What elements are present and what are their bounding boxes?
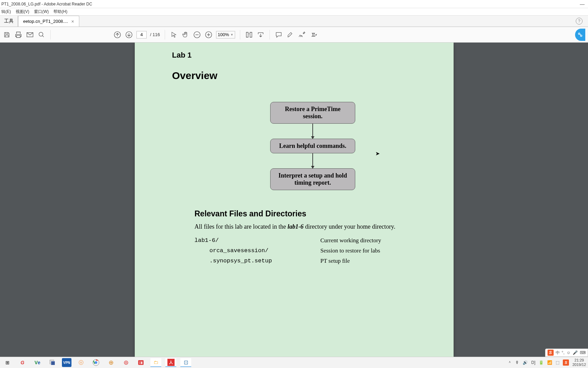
- taskbar-app-g[interactable]: G: [17, 358, 28, 367]
- tray-volume-icon[interactable]: 🔊: [523, 360, 528, 365]
- system-tray: ＾ 🎙 🔊 D] 🔋 📶 ⬚ S 21:29 2019/12: [508, 358, 586, 367]
- taskbar-app-openvpn[interactable]: ⦾: [76, 358, 86, 367]
- taskbar-app-chrome[interactable]: [91, 358, 101, 367]
- file-desc: Current working directory: [321, 237, 381, 244]
- menu-view[interactable]: 视图(V): [16, 9, 29, 15]
- svg-point-11: [95, 361, 97, 364]
- tray-clock[interactable]: 21:29 2019/12: [572, 358, 586, 367]
- tab-document[interactable]: eetop.cn_PT1_2008.... ×: [18, 16, 79, 27]
- share-button[interactable]: [575, 29, 585, 41]
- tray-action-icon[interactable]: ⬚: [556, 360, 559, 365]
- toolbar-separator: [165, 30, 165, 40]
- tray-chevron-icon[interactable]: ＾: [508, 360, 512, 366]
- taskbar-app-ppt[interactable]: ▯▮: [135, 358, 146, 367]
- svg-point-6: [578, 33, 580, 34]
- title-bar: PT1_2008.06_LG.pdf - Adobe Acrobat Reade…: [0, 0, 588, 8]
- ime-emoji-icon[interactable]: ☺: [567, 350, 571, 355]
- help-icon-label: ?: [578, 19, 581, 24]
- flow-box-learn: Learn helpful commands.: [270, 139, 355, 153]
- taskbar-app-putty[interactable]: [47, 358, 58, 367]
- tab-document-label: eetop.cn_PT1_2008....: [23, 19, 68, 24]
- tab-close-icon[interactable]: ×: [71, 19, 74, 24]
- taskbar-app-red[interactable]: ⊚: [120, 358, 131, 367]
- ime-punct[interactable]: °,: [562, 350, 565, 355]
- menu-bar: 辑(E) 视图(V) 窗口(W) 帮助(H): [0, 8, 588, 16]
- zoom-level-select[interactable]: 100%▼: [216, 31, 235, 39]
- file-desc: Session to restore for labs: [321, 247, 380, 254]
- flow-box-restore: Restore a PrimeTime session.: [270, 102, 355, 124]
- body-text-pre: All files for this lab are located in th…: [195, 223, 288, 230]
- flowchart: Restore a PrimeTime session. Learn helpf…: [196, 102, 430, 190]
- tray-ime-icon[interactable]: S: [563, 359, 569, 366]
- arrow-icon: [312, 153, 313, 168]
- save-icon[interactable]: [3, 31, 11, 39]
- window-controls: —: [578, 1, 587, 7]
- body-paragraph: All files for this lab are located in th…: [195, 223, 430, 230]
- menu-window[interactable]: 窗口(W): [34, 9, 49, 15]
- email-icon[interactable]: [26, 31, 34, 39]
- ime-mic-icon[interactable]: 🎤: [573, 350, 578, 355]
- tray-mic-icon[interactable]: 🎙: [515, 360, 519, 365]
- menu-help[interactable]: 帮助(H): [53, 9, 67, 15]
- tab-tools[interactable]: 工具: [0, 16, 18, 27]
- file-row: orca_savesession/ Session to restore for…: [195, 247, 430, 254]
- toolbar-separator: [270, 30, 270, 40]
- zoom-in-icon[interactable]: [205, 31, 213, 39]
- file-name: orca_savesession/: [195, 247, 321, 254]
- select-tool-icon[interactable]: [170, 31, 178, 39]
- taskbar: ⊞ G Ve VPN ⦾ ⊕ ⊚ ▯▮ 🗀 人 ⊡ ＾ 🎙 🔊 D] 🔋 📶 ⬚…: [0, 357, 588, 368]
- tab-tools-label: 工具: [4, 18, 14, 24]
- file-desc: PT setup file: [321, 258, 350, 264]
- taskbar-app-vpn[interactable]: VPN: [62, 358, 71, 367]
- tray-d-icon[interactable]: D]: [531, 360, 535, 365]
- pdf-page: Lab 1 Overview Restore a PrimeTime sessi…: [135, 43, 454, 357]
- flow-box-interpret: Interpret a setup and hold timing report…: [270, 168, 355, 190]
- file-listing: lab1-6/ Current working directory orca_s…: [195, 237, 430, 264]
- page-number-input[interactable]: [136, 31, 147, 39]
- taskbar-app-acrobat[interactable]: 人: [165, 358, 176, 367]
- fit-width-icon[interactable]: [245, 31, 253, 39]
- section-heading: Relevant Files and Directories: [195, 209, 430, 218]
- highlight-icon[interactable]: [286, 31, 294, 39]
- taskbar-app-explorer[interactable]: 🗀: [150, 358, 161, 367]
- toolbar-separator: [240, 30, 240, 40]
- comment-icon[interactable]: [275, 31, 283, 39]
- svg-rect-9: [51, 361, 55, 365]
- tray-time: 21:29: [572, 358, 586, 363]
- mouse-cursor-icon: ➤: [375, 150, 380, 157]
- file-row: lab1-6/ Current working directory: [195, 237, 430, 244]
- print-icon[interactable]: [14, 31, 22, 39]
- overview-heading: Overview: [172, 70, 430, 81]
- page-down-icon[interactable]: [125, 31, 133, 39]
- body-text-em: lab1-6: [288, 223, 304, 230]
- minimize-button[interactable]: —: [578, 1, 587, 7]
- toolbar: / 116 100%▼: [0, 27, 588, 43]
- lab-heading: Lab 1: [172, 51, 430, 60]
- toolbar-separator: [50, 30, 51, 40]
- ime-lang[interactable]: 中: [556, 350, 560, 356]
- page-up-icon[interactable]: [113, 31, 121, 39]
- taskbar-app-ve[interactable]: Ve: [32, 358, 43, 367]
- document-viewport[interactable]: Lab 1 Overview Restore a PrimeTime sessi…: [0, 43, 588, 357]
- taskbar-app-t[interactable]: ⊕: [105, 358, 116, 367]
- taskbar-app[interactable]: ⊞: [2, 358, 13, 367]
- file-name: lab1-6/: [195, 237, 321, 244]
- ime-toolbar[interactable]: S 中 °, ☺ 🎤 ⌨: [545, 349, 588, 357]
- zoom-out-icon[interactable]: [193, 31, 201, 39]
- ime-keyboard-icon[interactable]: ⌨: [580, 350, 586, 355]
- menu-edit[interactable]: 辑(E): [1, 9, 11, 15]
- tab-bar: 工具 eetop.cn_PT1_2008.... × ?: [0, 16, 588, 27]
- tray-battery-icon[interactable]: 🔋: [539, 360, 544, 365]
- hand-tool-icon[interactable]: [181, 31, 190, 39]
- taskbar-app-vmware[interactable]: ⊡: [180, 358, 191, 367]
- zoom-level-label: 100%: [218, 32, 229, 37]
- search-icon[interactable]: [37, 31, 46, 39]
- stamp-icon[interactable]: [309, 31, 317, 39]
- tray-wifi-icon[interactable]: 📶: [547, 360, 552, 365]
- fit-page-icon[interactable]: [257, 31, 265, 39]
- svg-point-1: [39, 32, 43, 36]
- window-title: PT1_2008.06_LG.pdf - Adobe Acrobat Reade…: [1, 2, 92, 6]
- file-row: .synopsys_pt.setup PT setup file: [195, 258, 430, 264]
- help-icon[interactable]: ?: [576, 18, 583, 25]
- sign-icon[interactable]: [298, 31, 306, 39]
